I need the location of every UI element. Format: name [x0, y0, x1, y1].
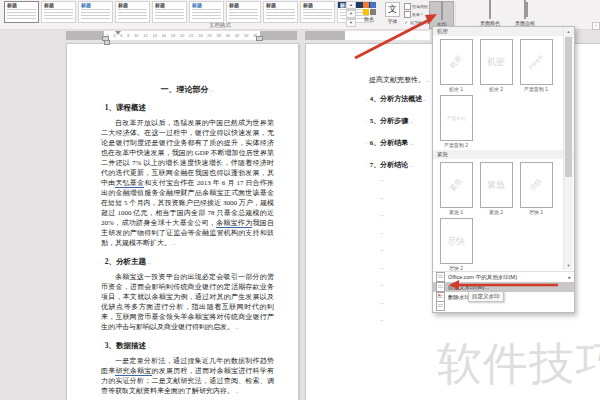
watermark-thumbnail-label: 机密 1 — [436, 86, 476, 92]
scroll-up-icon[interactable]: ▲ — [564, 28, 573, 36]
gallery-more-button[interactable]: ▼ — [346, 19, 356, 27]
watermark-thumbnail[interactable]: 严禁复制严禁复制 1 — [516, 39, 556, 92]
paragraph-spacing-icon — [404, 3, 411, 10]
body-text: 余额宝这一投资平台的出现必定会吸引一部分的货币资金，进而会影响到传统商业银行的定… — [101, 273, 274, 331]
section-heading: ·6、分析结果← — [366, 138, 414, 148]
section-heading: ·4、分析方法概述← — [366, 94, 428, 104]
ruler-number: 10 — [134, 33, 138, 38]
watermark-thumbnail[interactable]: 紧急紧急 1 — [436, 162, 476, 215]
style-card[interactable]: 标题 — [115, 1, 150, 23]
style-card-title: 标题 — [227, 2, 260, 8]
watermark-thumbnail-label: 严禁复制 1 — [516, 86, 556, 92]
ruler-toggle-button[interactable] — [592, 22, 600, 30]
ruler-number: 18 — [171, 33, 175, 38]
empty-paragraph-mark: ← — [379, 265, 385, 271]
menu-item-partial[interactable] — [433, 302, 574, 310]
style-card[interactable]: 标题 — [226, 1, 261, 23]
document-page-1[interactable]: 一、理论部分← ·1、课程概述←自改革开放以后，迅猛发展的中国已然成为世界第二大… — [66, 43, 299, 400]
watermark-thumbnail-preview: 严禁复制 — [520, 39, 553, 85]
paragraph-mark: ← — [210, 88, 215, 93]
underlined-phrase[interactable]: 天弘基金 — [115, 179, 144, 188]
menu-item[interactable]: 删除水印(R) — [433, 292, 574, 302]
first-line-indent-marker[interactable] — [115, 31, 121, 35]
watermark-thumbnail-grid: 机密机密 1机密机密 2严禁复制严禁复制 1严禁复制严禁复制 2 — [433, 36, 560, 150]
watermark-preview-text: 机密 — [448, 53, 465, 70]
fonts-button[interactable]: 字体 — [382, 1, 403, 27]
paragraph-mark: ← — [409, 141, 414, 146]
empty-paragraph-mark: ← — [379, 195, 385, 201]
paragraph-mark: ← — [147, 344, 152, 349]
gallery-up-button[interactable]: ▲ — [346, 1, 356, 9]
style-gallery[interactable]: 标题标题标题标题标题标题标题标题标题标题 — [4, 1, 372, 22]
watermark-menu-commands: Office.com 中的其他水印(M)▸自定义水印(W)...删除水印(R) — [433, 271, 574, 310]
scroll-down-icon[interactable]: ▼ — [564, 262, 573, 270]
watermark-page-icon — [441, 1, 443, 20]
paragraph-spacing-button[interactable]: 段落间距 ▾ — [404, 2, 429, 10]
style-card[interactable]: 标题 — [152, 1, 187, 23]
style-card[interactable]: 标题 — [263, 1, 298, 23]
ruler-number: 14 — [152, 33, 156, 38]
formatting-mark: · — [366, 141, 368, 146]
effects-icon — [404, 11, 411, 18]
empty-paragraph-mark: ← — [379, 247, 385, 253]
style-card[interactable]: 标题 — [300, 1, 335, 23]
watermark-thumbnail[interactable]: 机密机密 1 — [436, 39, 476, 92]
page-color-button[interactable]: 页面颜色 — [472, 1, 508, 27]
body-paragraph: 一是定量分析法，通过搜集近几年的数据制作趋势图来研究余额宝的发展历程，进而对余额… — [101, 356, 274, 397]
set-as-default-button[interactable]: 设为默认值 — [404, 18, 429, 26]
formatting-mark: · — [101, 260, 103, 265]
ruler-number: 12 — [143, 33, 147, 38]
watermark-thumbnail[interactable]: 尽快尽快 1 — [516, 162, 556, 215]
group-label-document-formatting: 文档格式 — [140, 22, 300, 29]
watermark-thumbnail[interactable]: 紧急紧急 2 — [476, 162, 516, 215]
menu-item[interactable]: Office.com 中的其他水印(M)▸ — [433, 272, 574, 282]
underlined-phrase[interactable]: 研究余额宝 — [115, 367, 151, 376]
panel-scrollbar[interactable]: ▲ ▼ — [563, 28, 573, 270]
menu-item-label: Office.com 中的其他水印(M) — [448, 274, 517, 281]
watermark-preview-text: 紧急 — [448, 176, 465, 193]
section-heading: ·1、课程概述← — [101, 103, 274, 113]
horizontal-ruler[interactable]: 24681012141618202224262830323436 — [66, 31, 430, 40]
menu-item-icon — [436, 301, 445, 311]
style-card[interactable]: 标题 — [189, 1, 224, 23]
hanging-indent-marker[interactable] — [104, 40, 110, 45]
effects-button[interactable]: 效果 ▾ — [404, 10, 429, 18]
style-card-preview-lines — [81, 9, 110, 19]
style-card-preview-lines — [7, 9, 36, 19]
watermark-thumbnail[interactable]: 严禁复制严禁复制 2 — [436, 95, 476, 148]
watermark-thumbnail[interactable]: 机密机密 2 — [476, 39, 516, 92]
paragraph-mark: ← — [409, 163, 414, 168]
video-watermark-text: 软件技巧 — [437, 334, 600, 394]
colors-button[interactable]: 颜色 — [358, 1, 380, 27]
tooltip-custom-watermark: 自定义水印 — [468, 291, 504, 302]
menu-item[interactable]: 自定义水印(W)... — [433, 282, 574, 292]
watermark-thumbnail-preview: 机密 — [480, 39, 513, 85]
ruler-number: 26 — [207, 33, 211, 38]
gallery-down-button[interactable]: ▼ — [346, 10, 356, 18]
section-heading: ·5、分析步骤← — [366, 116, 414, 126]
style-card[interactable]: 标题 — [4, 1, 39, 23]
watermark-thumbnail-label: 紧急 2 — [476, 209, 516, 215]
formatting-mark: · — [366, 119, 368, 124]
body-text: 自改革开放以后，迅猛发展的中国已然成为世界第二大经济体。在这一过程中，银行业得以… — [101, 119, 274, 187]
underlined-phrase[interactable]: 余额宝作为 — [216, 219, 252, 228]
colors-icon — [363, 2, 376, 15]
menu-item-label: 自定义水印(W)... — [448, 284, 489, 291]
watermark-thumbnail-preview: 紧急 — [480, 162, 513, 208]
right-indent-marker[interactable] — [256, 36, 263, 41]
empty-paragraph-mark: ← — [379, 177, 385, 183]
style-card-title: 标题 — [116, 2, 149, 8]
checkmark-icon — [404, 20, 409, 25]
style-card[interactable]: 标题 — [41, 1, 76, 23]
style-card-preview-lines — [266, 9, 295, 19]
watermark-button[interactable]: 水印 — [429, 1, 454, 29]
empty-paragraph-mark: ← — [379, 230, 385, 236]
style-card[interactable]: 标题 — [78, 1, 113, 23]
paragraph-mark: ← — [235, 389, 240, 394]
watermark-thumbnail[interactable]: 尽快尽快 2 — [436, 218, 476, 271]
page-borders-button[interactable]: 页面边框 — [508, 1, 542, 27]
paragraph-mark: ← — [172, 241, 177, 246]
scrollbar-thumb[interactable] — [565, 37, 572, 177]
doc-title: 一、理论部分← — [101, 84, 274, 95]
watermark-preview-text: 紧急 — [487, 179, 505, 192]
